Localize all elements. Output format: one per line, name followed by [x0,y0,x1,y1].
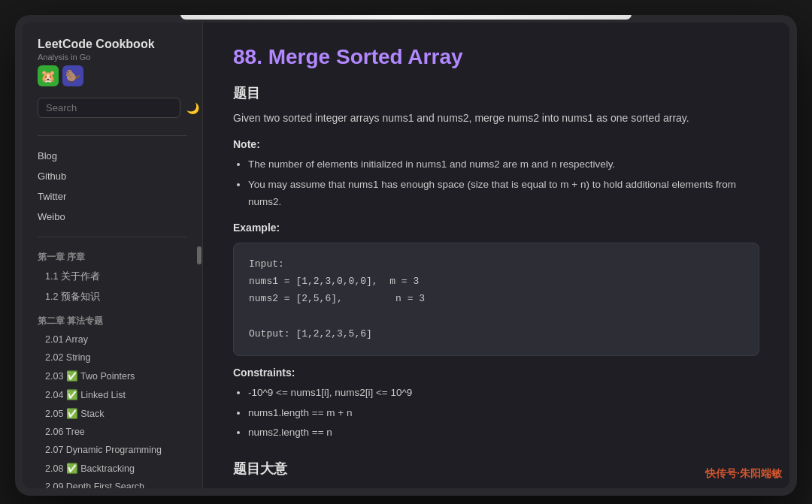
logo-title: LeetCode Cookbook [38,38,187,51]
sidebar-item-1-1[interactable]: 1.1 关于作者 [23,267,202,287]
page-title: 88. Merge Sorted Array [233,45,759,69]
nav-links: Blog Github Twitter Weibo [23,142,202,231]
nav-twitter[interactable]: Twitter [23,186,202,207]
logo-area: LeetCode Cookbook Analysis in Go 🐹 🦫 [23,38,202,98]
search-area: 🌙 GO [23,98,202,129]
note-bullets: The number of elements initialized in nu… [248,156,759,211]
chapter-2-header: 第二章 算法专题 [23,307,202,330]
section-problem-title: 题目 [233,84,759,102]
nav-github[interactable]: Github [23,166,202,186]
bullet-1: The number of elements initialized in nu… [248,156,759,174]
logo-icon-book: 🦫 [62,65,83,86]
watermark: 快传号·朱阳端敏 [705,467,782,481]
note-label: Note: [233,138,759,150]
meaning-text: 合并两个已经有序的数组，结果放在第一个数组中，第一个数组假设空间足够大。要求算法… [233,485,759,488]
sidebar-item-2-07[interactable]: 2.07 Dynamic Programming [23,441,202,459]
sidebar-item-2-06[interactable]: 2.06 Tree [23,423,202,441]
nav-weibo[interactable]: Weibo [23,207,202,227]
problem-description: Given two sorted integer arrays nums1 an… [233,110,759,128]
moon-icon: 🌙 [186,102,199,114]
constraint-1: -10^9 <= nums1[i], nums2[i] <= 10^9 [248,385,759,402]
sidebar-divider [38,135,187,136]
nav-blog[interactable]: Blog [23,146,202,166]
sidebar-item-1-2[interactable]: 1.2 预备知识 [23,287,202,307]
pencil [180,15,632,20]
search-input[interactable] [38,98,180,118]
sidebar-item-2-09[interactable]: 2.09 Depth First Search [23,478,202,488]
constraints-label: Constraints: [233,367,759,379]
main-content: 88. Merge Sorted Array 题目 Given two sort… [203,23,789,488]
constraints-list: -10^9 <= nums1[i], nums2[i] <= 10^9 nums… [248,385,759,442]
sidebar-divider-2 [38,237,187,237]
sidebar-item-2-01[interactable]: 2.01 Array [23,330,202,349]
constraint-2: nums1.length == m + n [248,405,759,422]
chapter-1-header: 第一章 序章 [23,243,202,267]
sidebar-item-2-05[interactable]: 2.05 ✅ Stack [23,404,202,423]
section-meaning-title: 题目大意 [233,460,759,478]
sidebar: LeetCode Cookbook Analysis in Go 🐹 🦫 🌙 G… [23,23,203,488]
logo-icon-go: 🐹 [38,65,59,86]
constraint-3: nums2.length == n [248,424,759,442]
sidebar-item-2-08[interactable]: 2.08 ✅ Backtracking [23,459,202,478]
logo-subtitle: Analysis in Go [38,53,187,62]
sidebar-item-2-02[interactable]: 2.02 String [23,349,202,367]
code-block: Input: nums1 = [1,2,3,0,0,0], m = 3 nums… [233,243,759,356]
example-label: Example: [233,222,759,234]
side-indicator [197,246,201,264]
sidebar-item-2-04[interactable]: 2.04 ✅ Linked List [23,385,202,404]
logo-icons: 🐹 🦫 [38,65,187,86]
bullet-2: You may assume that nums1 has enough spa… [248,177,759,211]
sidebar-item-2-03[interactable]: 2.03 ✅ Two Pointers [23,367,202,385]
